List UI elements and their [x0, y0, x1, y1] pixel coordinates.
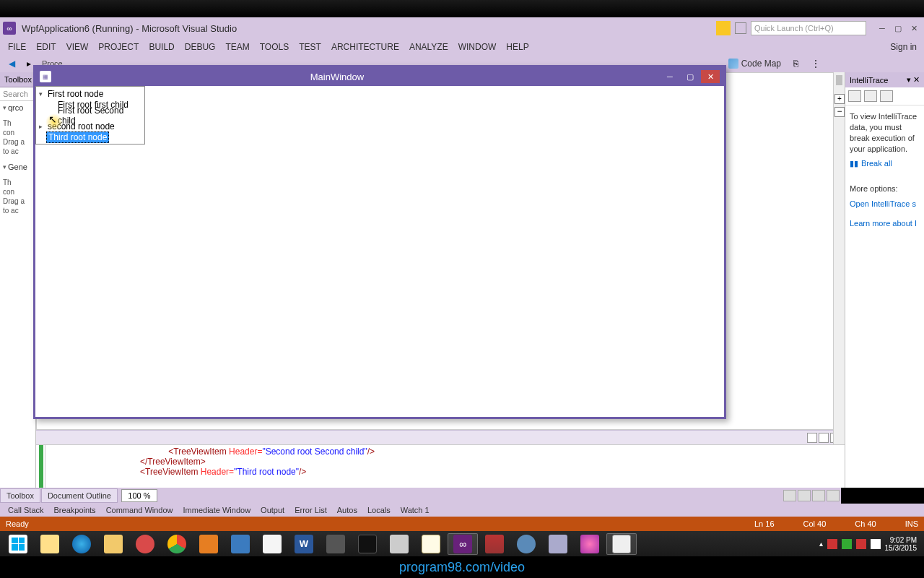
toolbar-overflow-icon[interactable]: ⋮: [808, 56, 823, 71]
tab-output[interactable]: Output: [256, 504, 289, 516]
tray-icon-3[interactable]: [856, 539, 866, 549]
app-close-button[interactable]: ✕: [701, 70, 720, 83]
tray-icon-1[interactable]: [827, 539, 837, 549]
scrollbar-thumb[interactable]: [836, 75, 842, 85]
taskbar-visual-studio[interactable]: ∞: [448, 533, 478, 555]
nav-back-icon[interactable]: ◀: [4, 56, 19, 71]
toolbox-group-qrcode[interactable]: ▾qrco: [0, 101, 35, 114]
tab-error-list[interactable]: Error List: [289, 504, 332, 516]
taskbar-app-1[interactable]: [193, 533, 224, 555]
designer-view-button-1[interactable]: [807, 433, 817, 443]
tab-document-outline[interactable]: Document Outline: [41, 488, 118, 503]
toolbar-split-icon[interactable]: ⎘: [788, 56, 803, 71]
tree-expander-icon[interactable]: ▾: [39, 90, 46, 98]
taskbar-running-app[interactable]: [606, 533, 637, 555]
zoom-combo[interactable]: 100 %: [121, 489, 157, 502]
tree-item-root-3[interactable]: Third root node: [36, 131, 144, 142]
menu-tools[interactable]: TOOLS: [255, 40, 294, 54]
gear-icon[interactable]: [880, 90, 893, 102]
taskbar-app-2[interactable]: [225, 533, 256, 555]
app-maximize-button[interactable]: ▢: [681, 70, 699, 83]
minimize-button[interactable]: ─: [875, 22, 889, 35]
feedback-icon[interactable]: [735, 22, 746, 34]
toolbox-group-general[interactable]: ▾Gene: [0, 160, 35, 173]
tree-item-root-1[interactable]: ▾ First root node: [36, 88, 144, 99]
taskbar-notepad[interactable]: [416, 533, 446, 555]
zoom-out-icon[interactable]: −: [834, 107, 845, 117]
taskbar-cmd[interactable]: [352, 533, 383, 555]
app-minimize-button[interactable]: ─: [661, 70, 679, 83]
open-intellitrace-settings-link[interactable]: Open IntelliTrace s: [850, 194, 920, 214]
xaml-code-panel[interactable]: <TreeViewItem Header="Second root Second…: [36, 444, 845, 488]
tab-toolbox[interactable]: Toolbox: [0, 488, 40, 503]
quick-launch-input[interactable]: Quick Launch (Ctrl+Q): [751, 21, 866, 35]
taskbar-file-explorer[interactable]: [35, 533, 65, 555]
bottom-tab-btn-3[interactable]: [812, 490, 825, 501]
menu-team[interactable]: TEAM: [220, 40, 254, 54]
panel-close-icon[interactable]: ✕: [913, 75, 920, 85]
menu-build[interactable]: BUILD: [144, 40, 179, 54]
taskbar-folder[interactable]: [98, 533, 128, 555]
maximize-button[interactable]: ▢: [891, 22, 905, 35]
tab-locals[interactable]: Locals: [362, 504, 396, 516]
app-titlebar[interactable]: ▦ MainWindow ─ ▢ ✕: [35, 67, 724, 86]
menu-project[interactable]: PROJECT: [93, 40, 144, 54]
code-map-button[interactable]: Code Map: [724, 57, 785, 70]
menu-architecture[interactable]: ARCHITECTURE: [326, 40, 404, 54]
treeview[interactable]: ▾ First root node First root first child…: [35, 86, 145, 144]
menu-help[interactable]: HELP: [501, 40, 533, 54]
toolbox-search-input[interactable]: Search: [0, 87, 35, 101]
tree-item-root1-child2[interactable]: First root Second child: [36, 110, 144, 121]
taskbar-app-3[interactable]: [321, 533, 351, 555]
bottom-tab-btn-2[interactable]: [798, 490, 811, 501]
zoom-in-icon[interactable]: +: [834, 94, 845, 104]
start-button[interactable]: [3, 533, 33, 555]
bottom-tab-btn-4[interactable]: [827, 490, 840, 501]
menu-debug[interactable]: DEBUG: [180, 40, 221, 54]
break-all-link[interactable]: ▮▮ Break all: [850, 154, 920, 173]
menu-view[interactable]: VIEW: [61, 40, 94, 54]
panel-dropdown-icon[interactable]: ▾: [907, 75, 911, 85]
toolbox-header[interactable]: Toolbox: [0, 72, 35, 87]
taskbar-paint[interactable]: [257, 533, 287, 555]
system-tray[interactable]: ▴ 9:02 PM 15/3/2015: [819, 536, 922, 552]
tab-watch-1[interactable]: Watch 1: [396, 504, 435, 516]
close-button[interactable]: ✕: [907, 22, 921, 35]
menu-window[interactable]: WINDOW: [453, 40, 502, 54]
bottom-tab-btn-1[interactable]: [783, 490, 796, 501]
running-app-window[interactable]: ▦ MainWindow ─ ▢ ✕ ▾ First root node Fir…: [33, 65, 726, 419]
it-toolbar-btn-2[interactable]: [864, 90, 877, 102]
taskbar-app-6[interactable]: [511, 533, 541, 555]
learn-more-link[interactable]: Learn more about I: [850, 214, 920, 233]
tray-chevron-icon[interactable]: ▴: [819, 540, 823, 548]
taskbar-ie[interactable]: [66, 533, 97, 555]
tab-autos[interactable]: Autos: [332, 504, 362, 516]
menu-edit[interactable]: EDIT: [31, 40, 61, 54]
taskbar-word[interactable]: W: [289, 533, 319, 555]
menu-analyze[interactable]: ANALYZE: [404, 40, 453, 54]
taskbar-app-4[interactable]: [384, 533, 414, 555]
menu-test[interactable]: TEST: [294, 40, 326, 54]
tab-breakpoints[interactable]: Breakpoints: [49, 504, 101, 516]
it-toolbar-btn-1[interactable]: [848, 90, 861, 102]
notifications-icon[interactable]: [716, 21, 731, 35]
taskbar-app-5[interactable]: [479, 533, 510, 555]
tab-call-stack[interactable]: Call Stack: [3, 504, 49, 516]
taskbar-app-8[interactable]: [575, 533, 605, 555]
designer-view-button-2[interactable]: [819, 433, 829, 443]
windows-taskbar[interactable]: W ∞ ▴ 9:02 PM 15/3/2015: [0, 531, 924, 556]
tray-volume-icon[interactable]: [871, 539, 881, 549]
tab-immediate-window[interactable]: Immediate Window: [178, 504, 256, 516]
designer-vscrollbar[interactable]: + −: [833, 72, 845, 488]
intellitrace-header[interactable]: IntelliTrace ▾ ✕: [845, 72, 924, 87]
tray-icon-2[interactable]: [842, 539, 852, 549]
sign-in-link[interactable]: Sign in: [890, 42, 917, 52]
tree-expander-icon[interactable]: ▸: [39, 123, 46, 130]
taskbar-clock[interactable]: 9:02 PM 15/3/2015: [885, 536, 918, 552]
app-client-area[interactable]: ▾ First root node First root first child…: [35, 86, 724, 417]
taskbar-snipping[interactable]: [130, 533, 160, 555]
tab-command-window[interactable]: Command Window: [101, 504, 178, 516]
taskbar-chrome[interactable]: [162, 533, 192, 555]
taskbar-app-7[interactable]: [543, 533, 573, 555]
menu-file[interactable]: FILE: [3, 40, 31, 54]
